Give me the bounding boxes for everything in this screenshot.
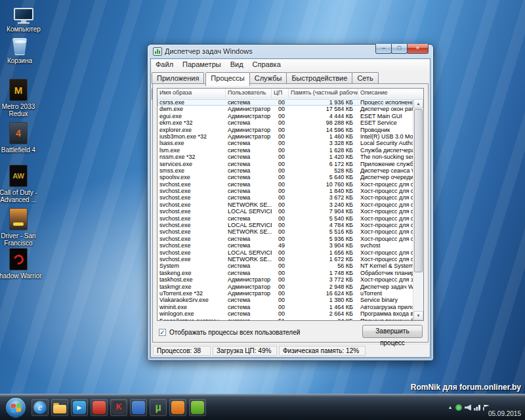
taskbar-icon-app-red[interactable]: [91, 399, 108, 416]
process-row[interactable]: lsm.exeсистема001 628 КБСлужба диспетчер…: [158, 147, 413, 154]
checkbox-check-icon[interactable]: ✓: [159, 329, 166, 336]
process-row[interactable]: wininit.exeсистема001 464 КБАвтозагрузка…: [158, 304, 413, 310]
taskbar-icon-app-blue[interactable]: [130, 399, 147, 416]
process-row[interactable]: services.exeсистема006 172 КБПриложение …: [158, 161, 413, 167]
tab-performance[interactable]: Быстродействие: [286, 72, 352, 84]
show-all-processes-checkbox[interactable]: ✓ Отображать процессы всех пользователей: [159, 329, 300, 336]
desktop-icon-metro-2033[interactable]: M Metro 2033 Redux: [0, 79, 42, 117]
process-row[interactable]: lsass.exeсистема003 328 КБLocal Security…: [158, 140, 413, 146]
process-row[interactable]: egui.exeАдминистратор004 444 КБESET Main…: [158, 113, 413, 119]
process-row[interactable]: taskhost.exeАдминистратор003 772 КБХост-…: [158, 276, 413, 283]
process-row[interactable]: spoolsv.exeсистема005 640 КБДиспетчер оч…: [158, 174, 413, 180]
desktop-icon-call-of-duty[interactable]: AW Call of Duty - Advanced ...: [0, 165, 42, 203]
process-row[interactable]: taskmgr.exeАдминистратор002 948 КБДиспет…: [158, 284, 413, 290]
process-row[interactable]: winlogon.exeсистема002 664 КБПрограмма в…: [158, 310, 413, 317]
taskbar-icon-media-player[interactable]: ▶: [71, 399, 88, 416]
menu-options[interactable]: Параметры: [178, 59, 226, 70]
column-header-memory[interactable]: Память (частный рабочий набор): [289, 89, 358, 98]
menu-view[interactable]: Вид: [226, 59, 248, 70]
taskbar-icon-ie[interactable]: e: [32, 399, 49, 416]
process-cell-user: система: [226, 242, 272, 249]
process-row[interactable]: dwm.exeАдминистратор0017 584 КБДиспетчер…: [158, 106, 413, 112]
show-hidden-icons-button[interactable]: ▴: [449, 404, 452, 410]
driver-sf-icon: [9, 208, 28, 230]
column-header-cpu[interactable]: ЦП: [272, 89, 289, 98]
process-row[interactable]: uTorrent.exe *32Администратор0016 624 КБ…: [158, 290, 413, 297]
desktop-icon-shadow-warrior[interactable]: Shadow Warrior: [0, 248, 42, 280]
process-row[interactable]: explorer.exeАдминистратор0014 596 КБПров…: [158, 127, 413, 133]
close-button[interactable]: ×: [407, 44, 429, 54]
process-row[interactable]: ekrn.exe *32система0098 288 КБESET Servi…: [158, 119, 413, 126]
tray-eset-icon[interactable]: [455, 404, 462, 411]
tray-network-icon[interactable]: [474, 404, 480, 411]
menu-file[interactable]: Файл: [151, 59, 178, 70]
process-row[interactable]: svchost.exeNETWORK SE...001 672 КБХост-п…: [158, 256, 413, 262]
process-row[interactable]: Бездействие системысистема5124 КБПроцент…: [158, 318, 413, 321]
window-titlebar[interactable]: Диспетчер задач Windows – □ ×: [148, 45, 433, 58]
process-row[interactable]: Systemсистема0056 КБNT Kernel & System: [158, 262, 413, 269]
process-cell-user: система: [226, 262, 272, 269]
process-row[interactable]: svchost.exeсистема001 840 КБХост-процесс…: [158, 188, 413, 194]
tray-volume-icon[interactable]: [465, 404, 471, 411]
call-of-duty-icon: AW: [9, 165, 28, 187]
desktop-icon-recycle-bin[interactable]: Корзина: [0, 38, 43, 64]
taskbar-icon-explorer[interactable]: [51, 399, 68, 416]
process-row[interactable]: svchost.exeсистема003 672 КБХост-процесс…: [158, 194, 413, 201]
process-row[interactable]: svchost.exeLOCAL SERVICE001 656 КБХост-п…: [158, 249, 413, 256]
process-cell-user: Администратор: [226, 290, 272, 297]
tab-processes[interactable]: Процессы: [205, 72, 249, 86]
taskbar-icon-utorrent[interactable]: µ: [150, 399, 167, 416]
taskbar-clock-date[interactable]: 05.09.2015: [488, 410, 521, 417]
process-row[interactable]: svchost.exeсистема0010 760 КБХост-процес…: [158, 181, 413, 188]
process-cell-cpu: 00: [272, 174, 289, 180]
start-button[interactable]: [5, 397, 26, 418]
process-row[interactable]: ViakaraokeSrv.exeсистема001 380 КБServic…: [158, 297, 413, 303]
process-cell-user: NETWORK SE...: [226, 228, 272, 235]
process-row[interactable]: svchost.exeсистема493 904 КБsvchost: [158, 242, 413, 249]
desktop-icon-computer[interactable]: Компьютер: [0, 8, 47, 33]
tab-network[interactable]: Сеть: [352, 72, 378, 84]
process-cell-user: система: [226, 270, 272, 276]
process-row[interactable]: svchost.exeсистема005 936 КБХост-процесс…: [158, 236, 413, 242]
scroll-down-arrow[interactable]: ▼: [413, 311, 423, 320]
column-header-user[interactable]: Пользователь: [226, 89, 272, 98]
scroll-up-arrow[interactable]: ▲: [413, 99, 423, 108]
process-row[interactable]: svchost.exeLOCAL SERVICE007 904 КБХост-п…: [158, 208, 413, 215]
process-cell-desc: Диспетчер окон рабочего стола: [358, 106, 413, 112]
process-cell-mem: 3 904 КБ: [289, 242, 358, 249]
vertical-scrollbar[interactable]: ▲ ▼: [413, 99, 423, 320]
utorrent-icon: µ: [155, 402, 161, 413]
process-cell-name: taskhost.exe: [158, 276, 226, 283]
taskbar-icon-kmplayer[interactable]: K: [110, 399, 127, 416]
process-row[interactable]: svchost.exeLOCAL SERVICE004 784 КБХост-п…: [158, 222, 413, 228]
menu-help[interactable]: Справка: [248, 59, 285, 70]
process-row[interactable]: nssm.exe *32система001 420 КБThe non-suc…: [158, 154, 413, 160]
process-row[interactable]: csrss.exeсистема001 936 КБПроцесс исполн…: [158, 99, 413, 106]
desktop-icon-battlefield-4[interactable]: 4 Battlefield 4: [0, 122, 42, 154]
process-cell-name: svchost.exe: [158, 208, 226, 215]
process-row[interactable]: svchost.exeNETWORK SE...003 240 КБХост-п…: [158, 201, 413, 208]
maximize-button[interactable]: □: [391, 44, 408, 54]
process-row[interactable]: smss.exeсистема00528 КБДиспетчер сеанса …: [158, 167, 413, 174]
process-cell-desc: Local Security Authority Process: [358, 140, 413, 146]
desktop-icon-label: Корзина: [0, 57, 43, 64]
process-row[interactable]: svchost.exeNETWORK SE...005 516 КБХост-п…: [158, 228, 413, 235]
scrollbar-thumb[interactable]: [414, 109, 423, 272]
taskbar-icon-app-green[interactable]: [189, 399, 206, 416]
minimize-button[interactable]: –: [375, 44, 392, 54]
tab-applications[interactable]: Приложения: [152, 72, 204, 84]
process-row[interactable]: taskeng.exeсистема001 748 КБОбработчик п…: [158, 270, 413, 276]
column-header-description[interactable]: Описание: [358, 89, 423, 98]
process-row[interactable]: svchost.exeсистема005 540 КБХост-процесс…: [158, 215, 413, 222]
process-cell-name: iusb3mon.exe *32: [158, 133, 226, 140]
process-cell-desc: Хост-процесс для служб Wind...: [358, 194, 413, 201]
column-header-image-name[interactable]: Имя образа: [158, 89, 226, 98]
taskbar-icon-app-orange[interactable]: [169, 399, 186, 416]
end-process-button[interactable]: Завершить процесс: [362, 325, 423, 338]
process-cell-mem: 17 584 КБ: [289, 106, 358, 112]
tab-services[interactable]: Службы: [249, 72, 287, 84]
desktop-icon-driver-sf[interactable]: Driver - San Francisco: [0, 208, 42, 247]
green-app-icon: [191, 401, 204, 414]
process-row[interactable]: iusb3mon.exe *32Администратор001 460 КБI…: [158, 133, 413, 140]
process-cell-mem: 1 672 КБ: [289, 256, 358, 262]
